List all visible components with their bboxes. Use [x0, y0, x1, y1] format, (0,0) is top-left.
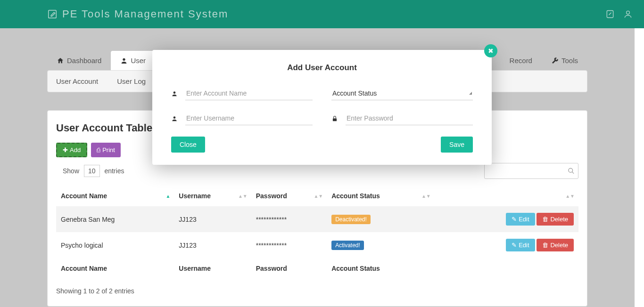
status-badge: Deactivated! [331, 215, 371, 224]
table-row: Psycho logicalJJ123************Activated… [56, 232, 578, 258]
trash-icon: 🗑 [542, 242, 548, 249]
plus-icon: ✚ [63, 146, 68, 154]
status-label: Account Status [332, 89, 377, 97]
close-icon: ✖ [488, 47, 494, 55]
modal-close-button[interactable]: ✖ [484, 44, 497, 57]
foot-actions [435, 258, 578, 279]
entries-label: entries [104, 167, 124, 175]
cell-username: JJ123 [174, 206, 251, 232]
subnav-user-account[interactable]: User Account [56, 77, 98, 85]
password-input[interactable] [346, 112, 473, 125]
user-icon [171, 90, 179, 97]
pencil-icon: ✎ [512, 242, 517, 249]
lock-icon [331, 115, 339, 122]
table-controls: Show 10 entries [63, 163, 578, 179]
entries-select[interactable]: 10 [84, 165, 100, 177]
svg-point-3 [123, 58, 125, 60]
svg-point-2 [627, 11, 630, 14]
app-title: PE Tools Management System [62, 8, 228, 20]
username-input[interactable] [185, 112, 313, 125]
print-label: Print [102, 146, 115, 154]
col-status[interactable]: Account Status▲▼ [327, 186, 435, 206]
col-label: Account Name [61, 192, 107, 200]
field-account-name [171, 87, 313, 100]
cell-status: Deactivated! [327, 206, 435, 232]
sort-asc-icon: ▲ [165, 194, 170, 199]
print-icon: ⎙ [97, 146, 100, 154]
sort-icon: ▲▼ [421, 194, 431, 199]
col-label: Password [256, 192, 287, 200]
app-header: PE Tools Management System [0, 0, 644, 28]
col-actions: ▲▼ [435, 186, 578, 206]
note-icon[interactable] [605, 9, 615, 19]
tab-tools[interactable]: Tools [542, 51, 587, 70]
show-label: Show [63, 167, 79, 175]
pencil-icon: ✎ [512, 216, 517, 223]
status-badge: Activated! [331, 241, 364, 250]
col-password[interactable]: Password▲▼ [251, 186, 327, 206]
status-select[interactable]: Account Status [331, 87, 473, 100]
field-status: Account Status [331, 87, 473, 100]
col-account-name[interactable]: Account Name▲ [56, 186, 174, 206]
add-user-modal: ✖ Add User Account Account Status Close … [152, 50, 492, 165]
delete-button[interactable]: 🗑 Delete [537, 213, 574, 226]
search-box [484, 163, 578, 179]
account-name-input[interactable] [185, 87, 313, 100]
foot-password: Password [251, 258, 327, 279]
table-row: Genebra San MegJJ123************Deactiva… [56, 206, 578, 232]
foot-username: Username [174, 258, 251, 279]
tab-label: Tools [561, 57, 578, 65]
svg-point-5 [173, 91, 176, 94]
field-username [171, 112, 313, 125]
search-input[interactable] [484, 163, 578, 179]
col-label: Username [179, 192, 211, 200]
tab-user[interactable]: User [111, 51, 155, 70]
col-label: Account Status [331, 192, 380, 200]
user-icon [120, 57, 128, 65]
tab-label: Record [510, 57, 532, 65]
cell-actions: ✎ Edit 🗑 Delete [435, 232, 578, 258]
print-button[interactable]: ⎙ Print [91, 143, 121, 157]
edit-button[interactable]: ✎ Edit [506, 213, 535, 226]
sort-icon: ▲▼ [238, 194, 248, 199]
modal-close-action[interactable]: Close [171, 137, 205, 153]
cell-name: Psycho logical [56, 232, 174, 258]
cell-username: JJ123 [174, 232, 251, 258]
tab-label: User [131, 57, 146, 65]
svg-point-6 [173, 116, 176, 119]
modal-title: Add User Account [171, 63, 473, 73]
dropdown-caret-icon [469, 92, 472, 95]
cell-password: ************ [251, 232, 327, 258]
svg-point-4 [569, 168, 573, 172]
field-password [331, 112, 473, 125]
sort-icon: ▲▼ [565, 194, 575, 199]
cell-name: Genebra San Meg [56, 206, 174, 232]
delete-button[interactable]: 🗑 Delete [537, 239, 574, 251]
add-button[interactable]: ✚ Add [56, 143, 87, 157]
home-icon [57, 57, 64, 65]
col-username[interactable]: Username▲▼ [174, 186, 251, 206]
sort-icon: ▲▼ [314, 194, 323, 199]
edit-button[interactable]: ✎ Edit [506, 239, 535, 251]
subnav-user-log[interactable]: User Log [117, 77, 146, 85]
accounts-table: Account Name▲ Username▲▼ Password▲▼ Acco… [56, 186, 578, 279]
cell-password: ************ [251, 206, 327, 232]
foot-status: Account Status [327, 258, 435, 279]
user-icon [171, 115, 179, 122]
tab-label: Dashboard [67, 57, 101, 65]
tab-dashboard[interactable]: Dashboard [47, 51, 111, 70]
entries-control: Show 10 entries [63, 167, 124, 175]
add-label: Add [70, 146, 81, 154]
svg-rect-7 [333, 118, 337, 121]
wrench-icon [551, 57, 559, 65]
edit-square-icon [47, 9, 58, 19]
foot-account-name: Account Name [56, 258, 174, 279]
user-menu-icon[interactable] [623, 9, 633, 19]
trash-icon: 🗑 [542, 216, 548, 223]
cell-actions: ✎ Edit 🗑 Delete [435, 206, 578, 232]
tab-record[interactable]: Record [500, 51, 542, 70]
cell-status: Activated! [327, 232, 435, 258]
modal-save-action[interactable]: Save [441, 137, 473, 153]
search-icon [568, 168, 575, 175]
showing-text: Showing 1 to 2 of 2 entries [56, 287, 578, 295]
